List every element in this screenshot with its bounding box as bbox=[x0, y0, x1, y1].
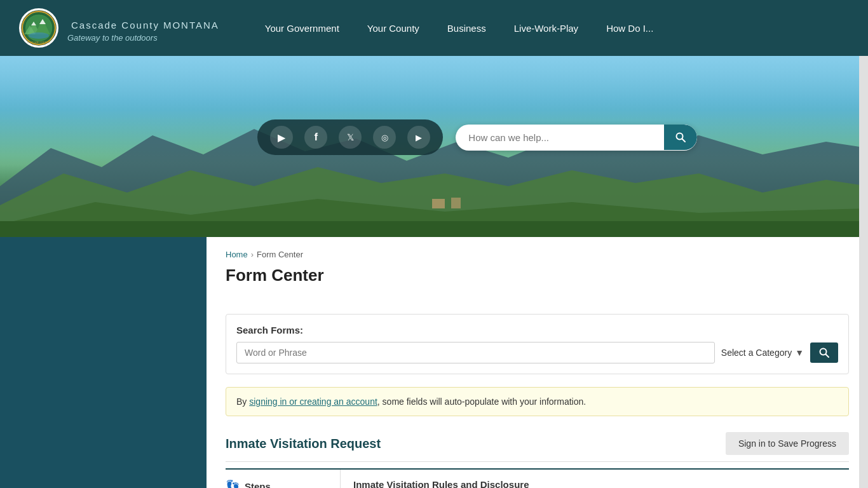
search-forms-input[interactable] bbox=[236, 342, 715, 363]
form-content-row: 👣 Steps Inmate Visitation Rules and Disc… bbox=[226, 468, 849, 488]
search-icon bbox=[819, 348, 829, 358]
search-icon bbox=[675, 132, 686, 142]
info-suffix: , some fields will auto-populate with yo… bbox=[377, 396, 586, 407]
nav-how-do-i[interactable]: How Do I... bbox=[592, 0, 667, 56]
sign-in-link[interactable]: signing in or creating an account bbox=[249, 396, 377, 407]
hero-search-bar bbox=[456, 125, 697, 151]
nav-business[interactable]: Business bbox=[433, 0, 500, 56]
hero-controls: ▶ f 𝕏 ◎ ▶ bbox=[257, 119, 697, 155]
search-forms-row: Select a Category ▼ bbox=[236, 342, 838, 363]
svg-point-7 bbox=[29, 32, 49, 39]
form-detail-panel: Inmate Visitation Rules and Disclosure bbox=[340, 470, 849, 488]
form-section: Inmate Visitation Request Sign in to Sav… bbox=[226, 432, 849, 488]
nav-your-government[interactable]: Your Government bbox=[251, 0, 353, 56]
hero-section: ▶ f 𝕏 ◎ ▶ bbox=[0, 56, 868, 237]
chevron-down-icon: ▼ bbox=[795, 348, 804, 358]
breadcrumb-separator: › bbox=[251, 250, 254, 259]
steps-icon: 👣 bbox=[226, 479, 240, 488]
page-title: Form Center bbox=[226, 266, 849, 295]
instagram-icon[interactable]: ◎ bbox=[373, 126, 396, 149]
steps-panel: 👣 Steps bbox=[226, 470, 340, 488]
social-bar: ▶ f 𝕏 ◎ ▶ bbox=[257, 119, 443, 155]
site-logo[interactable]: CASCADE COUNTY Cascade CountyMONTANA Gat… bbox=[19, 8, 219, 48]
twitter-icon[interactable]: 𝕏 bbox=[339, 126, 362, 149]
youtube-icon[interactable]: ▶ bbox=[407, 126, 430, 149]
sign-in-save-button[interactable]: Sign in to Save Progress bbox=[726, 432, 849, 455]
logo-subtitle: Gateway to the outdoors bbox=[67, 33, 219, 43]
info-banner: By signing in or creating an account, so… bbox=[226, 387, 849, 416]
scrollbar[interactable] bbox=[859, 56, 868, 488]
facebook-icon[interactable]: f bbox=[304, 126, 327, 149]
logo-emblem: CASCADE COUNTY bbox=[19, 8, 58, 48]
search-forms-button[interactable] bbox=[810, 342, 838, 363]
nav-your-county[interactable]: Your County bbox=[353, 0, 433, 56]
logo-title: Cascade CountyMONTANA bbox=[67, 13, 219, 33]
form-section-title: Inmate Visitation Request bbox=[226, 437, 381, 451]
hero-search-input[interactable] bbox=[456, 125, 664, 151]
form-section-header: Inmate Visitation Request Sign in to Sav… bbox=[226, 432, 849, 462]
category-label: Select a Category bbox=[721, 348, 792, 358]
play-button[interactable]: ▶ bbox=[270, 126, 293, 149]
svg-text:CASCADE COUNTY: CASCADE COUNTY bbox=[27, 41, 50, 44]
search-forms-section: Search Forms: Select a Category ▼ bbox=[226, 314, 849, 374]
svg-rect-16 bbox=[451, 198, 461, 208]
breadcrumb: Home › Form Center bbox=[226, 250, 849, 259]
svg-rect-14 bbox=[0, 221, 868, 237]
info-prefix: By bbox=[236, 396, 249, 407]
svg-line-20 bbox=[826, 355, 829, 358]
search-forms-label: Search Forms: bbox=[236, 325, 838, 336]
svg-line-18 bbox=[682, 139, 686, 142]
form-detail-title: Inmate Visitation Rules and Disclosure bbox=[353, 479, 849, 488]
sidebar bbox=[0, 237, 207, 488]
logo-text-block: Cascade CountyMONTANA Gateway to the out… bbox=[67, 13, 219, 43]
content-area: Home › Form Center Form Center Search Fo… bbox=[207, 237, 868, 488]
nav-live-work-play[interactable]: Live-Work-Play bbox=[500, 0, 592, 56]
main-layout: Home › Form Center Form Center Search Fo… bbox=[0, 237, 868, 488]
svg-rect-15 bbox=[432, 199, 445, 208]
category-select[interactable]: Select a Category ▼ bbox=[721, 348, 804, 358]
main-nav: Your Government Your County Business Liv… bbox=[251, 0, 668, 56]
logo-svg: CASCADE COUNTY bbox=[21, 10, 57, 46]
steps-label: Steps bbox=[245, 481, 271, 489]
breadcrumb-current: Form Center bbox=[257, 250, 303, 259]
breadcrumb-home[interactable]: Home bbox=[226, 250, 248, 259]
hero-search-button[interactable] bbox=[664, 125, 697, 150]
steps-header: 👣 Steps bbox=[226, 479, 334, 488]
site-header: CASCADE COUNTY Cascade CountyMONTANA Gat… bbox=[0, 0, 868, 56]
